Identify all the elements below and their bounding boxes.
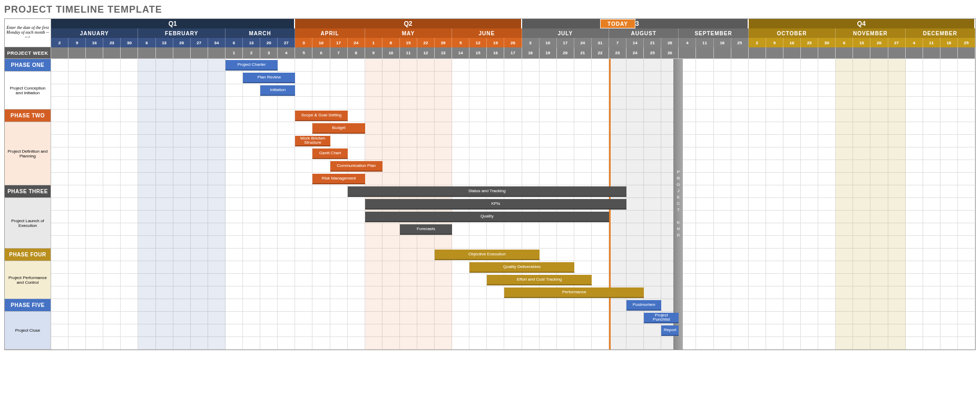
week-header: 27	[278, 38, 295, 47]
project-week-cell: 10	[383, 47, 400, 59]
month-row: JANUARYFEBRUARYMARCHAPRILMAYJUNEJULYAUGU…	[5, 28, 975, 38]
week-header: 16	[86, 38, 103, 47]
project-week-cell	[940, 47, 958, 59]
project-week-cell	[853, 47, 870, 59]
week-header: 13	[853, 38, 870, 47]
week-header: 11	[696, 38, 713, 47]
week-header: 10	[540, 38, 557, 47]
project-week-cell	[836, 47, 853, 59]
project-week-cell	[749, 47, 766, 59]
project-week-cell: 12	[417, 47, 435, 59]
week-header: 25	[958, 38, 975, 47]
project-week-cell	[121, 47, 138, 59]
project-week-row: PROJECT WEEK 123456789101112131415161718…	[5, 47, 975, 59]
phase-header: PHASE FOUR	[5, 249, 51, 261]
project-week-cell: 6	[312, 47, 330, 59]
month-header: OCTOBER	[749, 28, 836, 38]
project-week-cell: 9	[365, 47, 383, 59]
week-header: 26	[504, 38, 522, 47]
phase-description: Project Definition and Planning	[5, 122, 51, 185]
project-week-cell: 17	[504, 47, 522, 59]
week-header: 6	[836, 38, 853, 47]
project-week-cell	[68, 47, 86, 59]
project-week-cell	[906, 47, 923, 59]
project-week-cell	[86, 47, 103, 59]
page-title: PROJECT TIMELINE TEMPLATE	[4, 4, 976, 15]
phase-description: Project Close	[5, 312, 51, 350]
quarter-header: Q4	[749, 19, 975, 28]
project-week-cell	[888, 47, 906, 59]
today-badge: TODAY	[600, 19, 635, 28]
phase-header: PHASE TWO	[5, 110, 51, 122]
project-week-cell: 5	[295, 47, 312, 59]
project-week-cell	[208, 47, 226, 59]
month-header: DECEMBER	[906, 28, 975, 38]
project-week-cell: 25	[644, 47, 661, 59]
week-header: 5	[452, 38, 469, 47]
quarter-row: Enter the date of the first Monday of ea…	[5, 19, 975, 28]
week-header: 3	[295, 38, 312, 47]
week-header: 13	[243, 38, 260, 47]
project-week-cell	[103, 47, 121, 59]
project-week-cell: 7	[330, 47, 348, 59]
project-week-cell	[138, 47, 155, 59]
week-header: 24	[348, 38, 365, 47]
week-header: 11	[923, 38, 940, 47]
gantt-chart: Enter the date of the first Monday of ea…	[4, 18, 976, 350]
project-week-cell: 20	[557, 47, 574, 59]
project-week-cell	[923, 47, 940, 59]
week-header: 23	[103, 38, 121, 47]
week-header: 27	[191, 38, 208, 47]
week-header: 2	[51, 38, 68, 47]
project-week-cell	[696, 47, 713, 59]
week-header: 2	[749, 38, 766, 47]
project-week-cell: 23	[609, 47, 626, 59]
week-header: 20	[173, 38, 191, 47]
week-header: 25	[731, 38, 749, 47]
month-header: SEPTEMBER	[679, 28, 748, 38]
week-header: 21	[644, 38, 661, 47]
phase-header: PHASE THREE	[5, 185, 51, 198]
week-header: 12	[469, 38, 487, 47]
week-header: 7	[609, 38, 626, 47]
project-week-cell: 21	[574, 47, 592, 59]
month-header: JULY	[522, 28, 609, 38]
project-week-cell: 24	[626, 47, 644, 59]
project-week-cell: 13	[435, 47, 452, 59]
phase-header: PHASE ONE	[5, 59, 51, 72]
month-header: MARCH	[226, 28, 295, 38]
project-week-cell: 2	[243, 47, 260, 59]
project-week-cell: 3	[260, 47, 278, 59]
project-week-cell	[191, 47, 208, 59]
phase-description: Project Performance and Control	[5, 261, 51, 299]
month-header: JUNE	[452, 28, 522, 38]
week-header: 19	[487, 38, 504, 47]
week-header: 31	[592, 38, 609, 47]
project-week-cell: 15	[469, 47, 487, 59]
month-header: AUGUST	[609, 28, 679, 38]
week-row: 2916233061320273461320273101724181522295…	[5, 38, 975, 47]
week-header: 10	[312, 38, 330, 47]
week-header: 17	[557, 38, 574, 47]
chart-body: PROJECT ENDPHASE ONEProject Conception a…	[5, 59, 975, 350]
week-header: 22	[417, 38, 435, 47]
project-week-label: PROJECT WEEK	[5, 47, 51, 59]
project-week-cell	[766, 47, 783, 59]
project-week-cell	[818, 47, 836, 59]
project-week-cell: 16	[487, 47, 504, 59]
week-header: 3	[522, 38, 540, 47]
quarter-header: Q1	[51, 19, 295, 28]
project-week-cell	[801, 47, 818, 59]
project-week-cell: 11	[400, 47, 417, 59]
project-week-cell: 19	[540, 47, 557, 59]
project-week-cell: 14	[452, 47, 469, 59]
project-week-cell	[958, 47, 975, 59]
week-header: 18	[714, 38, 731, 47]
week-header: 15	[400, 38, 417, 47]
month-header: FEBRUARY	[138, 28, 225, 38]
project-week-cell: 8	[348, 47, 365, 59]
week-header: 23	[801, 38, 818, 47]
week-header: 28	[661, 38, 679, 47]
week-header: 34	[208, 38, 226, 47]
project-week-cell	[714, 47, 731, 59]
